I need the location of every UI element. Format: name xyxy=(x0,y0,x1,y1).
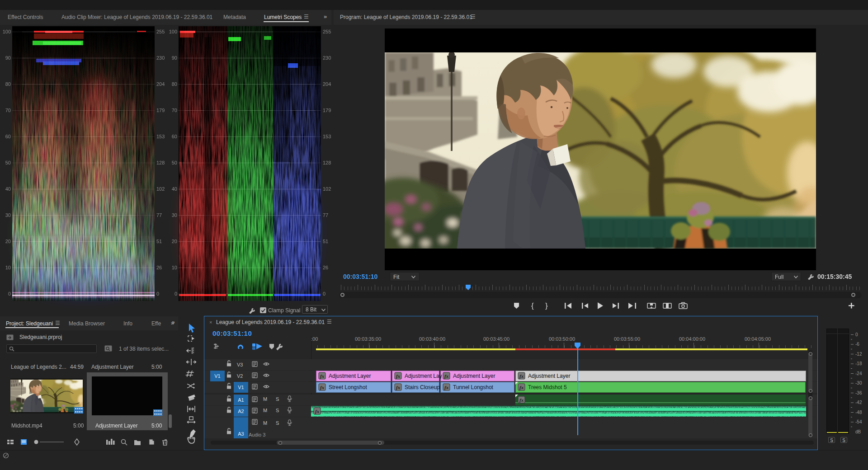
svg-text:Stairs Closeup: Stairs Closeup xyxy=(405,384,440,390)
svg-text:204: 204 xyxy=(323,81,331,87)
svg-text:-42: -42 xyxy=(855,400,862,405)
svg-text:Street Longshot: Street Longshot xyxy=(329,384,367,390)
svg-text:Adjustment Layer: Adjustment Layer xyxy=(453,373,495,379)
svg-text:-48: -48 xyxy=(855,410,862,415)
svg-text:-18: -18 xyxy=(855,361,862,366)
svg-text:20: 20 xyxy=(5,239,11,244)
svg-text:-24: -24 xyxy=(855,371,862,376)
svg-text:60: 60 xyxy=(5,134,11,139)
svg-text:}: } xyxy=(545,301,548,310)
svg-text:255: 255 xyxy=(323,29,331,34)
svg-text:Tunnel Longshot: Tunnel Longshot xyxy=(453,384,494,390)
svg-text:30: 30 xyxy=(5,212,11,218)
svg-text:70: 70 xyxy=(5,108,11,113)
svg-text:10: 10 xyxy=(5,265,11,270)
svg-text:102: 102 xyxy=(323,186,331,192)
svg-text:230: 230 xyxy=(323,55,331,61)
svg-text:100: 100 xyxy=(3,29,11,34)
svg-text:70: 70 xyxy=(172,108,177,113)
svg-text:153: 153 xyxy=(323,134,331,139)
svg-text:255: 255 xyxy=(156,29,165,34)
svg-text:-6: -6 xyxy=(855,342,859,347)
svg-text:179: 179 xyxy=(156,108,165,113)
svg-text:26: 26 xyxy=(156,265,162,270)
svg-text:0: 0 xyxy=(855,332,858,337)
svg-text:0: 0 xyxy=(323,291,326,296)
svg-text:26: 26 xyxy=(323,265,328,270)
svg-text:179: 179 xyxy=(323,108,331,113)
svg-text:128: 128 xyxy=(156,160,165,165)
svg-text:100: 100 xyxy=(169,29,177,34)
svg-text:80: 80 xyxy=(172,81,177,87)
svg-text:Adjustment Lay: Adjustment Lay xyxy=(405,373,442,379)
svg-text:50: 50 xyxy=(5,160,11,165)
svg-text:0: 0 xyxy=(8,291,11,296)
svg-text:Adjustment Layer: Adjustment Layer xyxy=(528,373,570,379)
svg-text:-30: -30 xyxy=(855,381,862,385)
svg-text:-54: -54 xyxy=(855,419,862,424)
svg-text:Trees Midshot 5: Trees Midshot 5 xyxy=(528,384,567,390)
svg-text:90: 90 xyxy=(172,55,177,61)
svg-text:10: 10 xyxy=(172,265,177,270)
svg-text:204: 204 xyxy=(156,81,165,87)
svg-text:51: 51 xyxy=(323,239,328,244)
svg-text:dB: dB xyxy=(855,429,861,434)
svg-text:{: { xyxy=(531,301,534,310)
svg-text:77: 77 xyxy=(156,212,162,218)
svg-text:128: 128 xyxy=(323,160,331,165)
svg-text:102: 102 xyxy=(156,186,165,192)
svg-text:230: 230 xyxy=(156,55,165,61)
svg-text:-12: -12 xyxy=(855,352,862,357)
svg-text:51: 51 xyxy=(156,239,162,244)
svg-text:90: 90 xyxy=(5,55,11,61)
svg-text:50: 50 xyxy=(172,160,177,165)
svg-text:80: 80 xyxy=(5,81,11,87)
svg-text:Adjustment Layer: Adjustment Layer xyxy=(329,373,371,379)
svg-text:30: 30 xyxy=(172,212,177,218)
svg-text:20: 20 xyxy=(172,239,177,244)
svg-text:-36: -36 xyxy=(855,390,862,395)
svg-text:77: 77 xyxy=(323,212,328,218)
svg-text:40: 40 xyxy=(5,186,11,192)
svg-text:153: 153 xyxy=(156,134,165,139)
svg-text:0: 0 xyxy=(175,291,177,296)
svg-text:40: 40 xyxy=(172,186,177,192)
svg-text:0: 0 xyxy=(156,291,159,296)
svg-text:60: 60 xyxy=(172,134,177,139)
